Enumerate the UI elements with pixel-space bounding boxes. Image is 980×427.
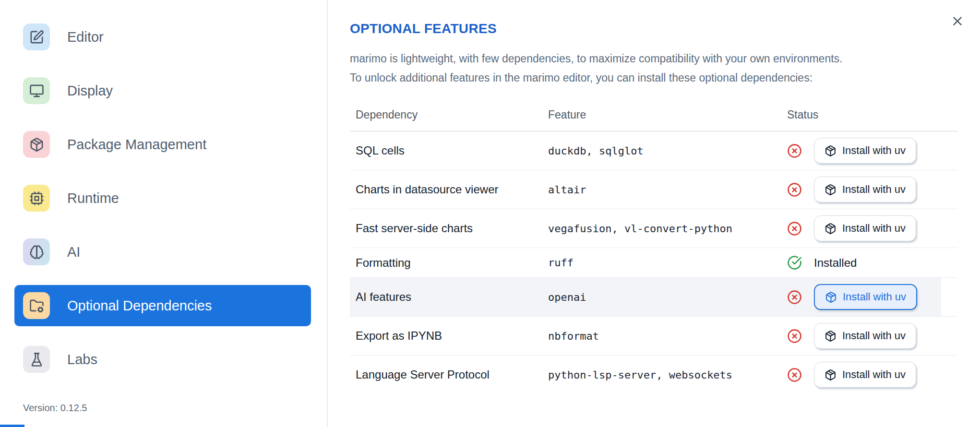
panel-description: marimo is lightweight, with few dependen… <box>350 49 980 87</box>
status-cell: Install with uv <box>781 138 957 164</box>
circle-x-icon <box>787 329 802 344</box>
circle-x-icon <box>787 143 802 158</box>
feature-cell: nbformat <box>542 330 781 342</box>
circle-x-icon <box>787 182 802 197</box>
status-cell: Install with uv <box>781 362 957 388</box>
install-button-label: Install with uv <box>842 368 906 381</box>
install-button-label: Install with uv <box>842 330 906 342</box>
install-with-uv-button[interactable]: Install with uv <box>814 323 916 349</box>
feature-cell: openai <box>542 291 781 303</box>
install-with-uv-button[interactable]: Install with uv <box>814 362 916 388</box>
sidebar-nav: EditorDisplayPackage ManagementRuntimeAI… <box>0 0 327 380</box>
column-header-feature: Feature <box>542 108 781 121</box>
table-row: Language Server Protocolpython-lsp-serve… <box>350 356 957 394</box>
brain-icon <box>23 238 50 265</box>
folder-cog-icon <box>23 292 50 319</box>
status-cell: Install with uv <box>781 323 957 349</box>
settings-sidebar: EditorDisplayPackage ManagementRuntimeAI… <box>0 0 328 427</box>
installed-label: Installed <box>814 256 857 270</box>
table-header-row: Dependency Feature Status <box>350 99 957 131</box>
install-button-label: Install with uv <box>843 291 906 303</box>
close-icon <box>950 14 968 28</box>
sidebar-item-display[interactable]: Display <box>14 70 311 111</box>
package-icon <box>825 330 837 342</box>
circle-x-icon <box>787 368 802 382</box>
install-with-uv-button[interactable]: Install with uv <box>814 284 917 310</box>
table-row: AI featuresopenaiInstall with uv <box>350 278 957 317</box>
dependency-cell: Charts in datasource viewer <box>350 183 542 196</box>
table-row: FormattingruffInstalled <box>350 248 957 278</box>
dependency-cell: Fast server-side charts <box>350 222 542 235</box>
package-icon <box>825 145 837 157</box>
dependency-cell: Export as IPYNB <box>350 329 542 343</box>
sidebar-item-optional-dependencies[interactable]: Optional Dependencies <box>14 285 311 326</box>
dependency-cell: Formatting <box>350 256 542 270</box>
install-with-uv-button[interactable]: Install with uv <box>814 215 916 241</box>
column-header-dependency: Dependency <box>350 108 542 121</box>
close-button[interactable] <box>950 12 968 30</box>
sidebar-item-label: Editor <box>67 29 104 45</box>
circle-x-icon <box>787 221 802 236</box>
feature-cell: duckdb, sqlglot <box>542 145 781 157</box>
table-row: Charts in datasource vieweraltairInstall… <box>350 170 957 209</box>
sidebar-item-labs[interactable]: Labs <box>14 339 311 380</box>
package-icon <box>825 223 837 235</box>
install-button-label: Install with uv <box>842 222 906 235</box>
background-accent-strip <box>0 425 24 427</box>
panel-title: OPTIONAL FEATURES <box>350 21 980 36</box>
feature-cell: ruff <box>542 257 781 269</box>
status-cell: Install with uv <box>781 284 957 310</box>
sidebar-item-label: AI <box>67 244 80 260</box>
square-pen-icon <box>23 24 50 50</box>
sidebar-item-label: Package Management <box>67 137 206 153</box>
sidebar-item-label: Labs <box>67 352 97 368</box>
sidebar-item-ai[interactable]: AI <box>14 231 311 273</box>
install-with-uv-button[interactable]: Install with uv <box>814 138 916 164</box>
install-button-label: Install with uv <box>842 183 906 196</box>
table-row: Fast server-side chartsvegafusion, vl-co… <box>350 209 957 248</box>
install-button-label: Install with uv <box>842 144 906 157</box>
flask-icon <box>23 346 50 373</box>
version-label: Version: 0.12.5 <box>23 403 87 414</box>
package-icon <box>825 184 837 196</box>
package-icon <box>825 291 837 303</box>
install-with-uv-button[interactable]: Install with uv <box>814 177 916 202</box>
sidebar-item-label: Display <box>67 83 113 99</box>
column-header-status: Status <box>781 108 957 121</box>
sidebar-item-runtime[interactable]: Runtime <box>14 178 311 219</box>
monitor-icon <box>23 77 50 104</box>
dependencies-table: Dependency Feature Status SQL cellsduckd… <box>350 99 957 394</box>
package-icon <box>23 131 50 158</box>
sidebar-item-editor[interactable]: Editor <box>14 16 311 58</box>
circle-check-icon <box>787 255 802 270</box>
dependency-cell: Language Server Protocol <box>350 368 542 381</box>
package-icon <box>825 369 837 381</box>
sidebar-item-label: Runtime <box>67 190 119 206</box>
feature-cell: altair <box>542 184 781 196</box>
sidebar-item-label: Optional Dependencies <box>67 298 212 314</box>
circle-x-icon <box>787 290 802 305</box>
feature-cell: vegafusion, vl-convert-python <box>542 223 781 235</box>
optional-features-panel: OPTIONAL FEATURES marimo is lightweight,… <box>329 0 980 427</box>
table-body: SQL cellsduckdb, sqlglotInstall with uvC… <box>350 131 957 394</box>
dependency-cell: SQL cells <box>350 144 542 157</box>
table-row: SQL cellsduckdb, sqlglotInstall with uv <box>350 131 957 170</box>
sidebar-item-package-management[interactable]: Package Management <box>14 124 311 165</box>
feature-cell: python-lsp-server, websockets <box>542 369 781 381</box>
cpu-icon <box>23 185 50 212</box>
status-cell: Install with uv <box>781 177 957 202</box>
table-row: Export as IPYNBnbformatInstall with uv <box>350 317 957 356</box>
status-cell: Installed <box>781 255 957 270</box>
dependency-cell: AI features <box>350 290 542 304</box>
status-cell: Install with uv <box>781 215 957 241</box>
